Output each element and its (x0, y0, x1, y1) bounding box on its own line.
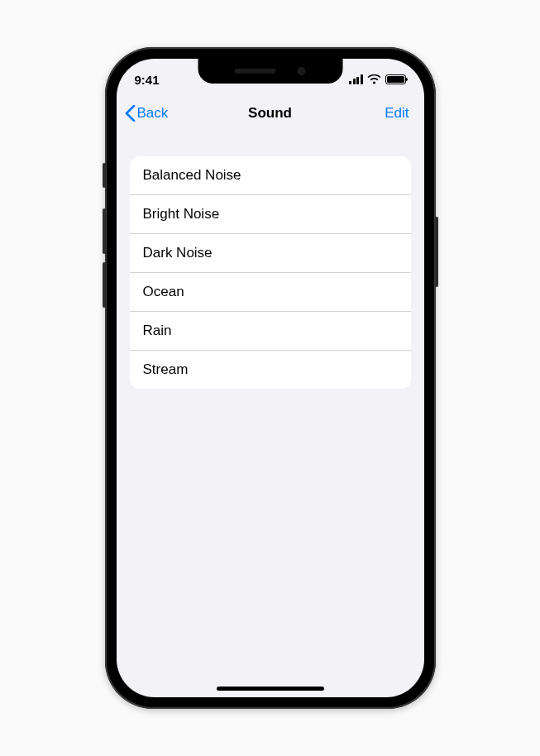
list-item[interactable]: Rain (130, 312, 411, 351)
notch (198, 59, 342, 84)
list-item[interactable]: Ocean (130, 273, 411, 312)
battery-icon (385, 74, 406, 84)
list-item[interactable]: Bright Noise (130, 195, 411, 234)
list-item[interactable]: Stream (130, 351, 411, 389)
wifi-icon (367, 74, 381, 84)
volume-up-button (103, 208, 106, 254)
power-button (435, 217, 438, 287)
home-indicator[interactable] (217, 687, 324, 691)
screen: 9:41 Back Sound Edit Balanced Noise (117, 59, 424, 697)
phone-frame: 9:41 Back Sound Edit Balanced Noise (105, 47, 436, 709)
volume-down-button (103, 262, 106, 308)
list-item-label: Dark Noise (143, 245, 213, 261)
list-item-label: Balanced Noise (143, 167, 241, 183)
page-title: Sound (191, 105, 350, 122)
edit-button[interactable]: Edit (350, 105, 416, 122)
status-icons (348, 74, 406, 84)
list-item[interactable]: Dark Noise (130, 234, 411, 273)
sound-list: Balanced Noise Bright Noise Dark Noise O… (130, 156, 411, 389)
list-item-label: Stream (143, 361, 189, 377)
list-item-label: Rain (143, 323, 172, 338)
chevron-left-icon (125, 105, 136, 122)
content: Balanced Noise Bright Noise Dark Noise O… (117, 132, 424, 402)
list-item-label: Ocean (143, 284, 184, 299)
silence-switch (103, 163, 106, 188)
list-item[interactable]: Balanced Noise (130, 156, 411, 195)
status-time: 9:41 (135, 73, 193, 87)
cellular-signal-icon (349, 74, 363, 84)
nav-bar: Back Sound Edit (117, 95, 424, 132)
back-label: Back (137, 105, 169, 122)
back-button[interactable]: Back (125, 105, 191, 122)
list-item-label: Bright Noise (143, 206, 220, 222)
